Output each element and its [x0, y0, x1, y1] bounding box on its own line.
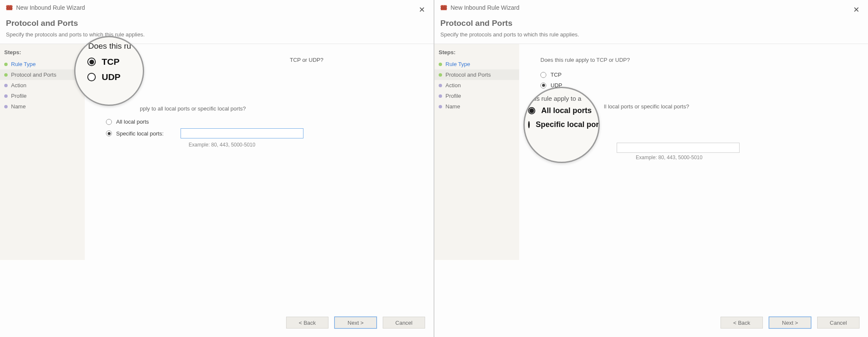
magnifier-title-fragment: Does this ru — [88, 41, 134, 51]
back-button[interactable]: < Back — [286, 317, 328, 329]
step-bullet-icon — [439, 63, 442, 66]
steps-label: Steps: — [434, 49, 519, 59]
step-label: Action — [445, 82, 461, 88]
step-bullet-icon — [4, 94, 8, 98]
step-action[interactable]: Action — [434, 80, 519, 91]
step-bullet-icon — [4, 63, 8, 66]
radio-specific-ports[interactable]: Specific local ports: — [106, 128, 421, 138]
step-label: Name — [445, 103, 460, 110]
magnifier-label: Specific local ports — [536, 120, 600, 129]
page-description: Specify the protocols and ports to which… — [0, 31, 434, 44]
radio-icon — [87, 58, 96, 66]
ports-question: pply to all local ports or specific loca… — [140, 105, 421, 112]
svg-rect-2 — [6, 6, 13, 7]
step-name[interactable]: Name — [0, 101, 85, 112]
svg-rect-14 — [442, 7, 442, 8]
button-row: < Back Next > Cancel — [721, 317, 860, 329]
wizard-panel-left: New Inbound Rule Wizard ✕ Protocol and P… — [0, 0, 434, 337]
radio-label: All local ports — [116, 119, 149, 125]
step-label: Name — [11, 103, 26, 110]
radio-icon — [106, 130, 112, 136]
step-bullet-icon — [439, 94, 442, 98]
title-bar: New Inbound Rule Wizard — [0, 0, 434, 14]
magnifier-radio-all-ports[interactable]: All local ports — [528, 106, 595, 115]
page-heading: Protocol and Ports — [434, 14, 868, 31]
magnifier-radio-tcp[interactable]: TCP — [87, 57, 134, 67]
step-label: Profile — [11, 93, 27, 99]
ports-input[interactable] — [617, 143, 740, 153]
button-row: < Back Next > Cancel — [286, 317, 425, 329]
ports-example: Example: 80, 443, 5000-5010 — [636, 155, 855, 160]
magnifier-radio-specific-ports[interactable]: Specific local ports — [528, 120, 595, 129]
magnifier-radio-udp[interactable]: UDP — [87, 72, 134, 82]
window-title: New Inbound Rule Wizard — [451, 4, 520, 11]
step-protocol-ports[interactable]: Protocol and Ports — [0, 69, 85, 80]
step-label: Rule Type — [445, 61, 470, 67]
ports-input[interactable] — [181, 128, 303, 138]
step-bullet-icon — [439, 84, 442, 87]
magnifier-title-fragment: his rule apply to a — [531, 95, 595, 102]
ports-example: Example: 80, 443, 5000-5010 — [189, 142, 421, 148]
title-bar: New Inbound Rule Wizard — [434, 0, 868, 14]
step-rule-type[interactable]: Rule Type — [0, 59, 85, 69]
step-profile[interactable]: Profile — [434, 91, 519, 101]
radio-icon — [87, 73, 96, 81]
next-button[interactable]: Next > — [334, 317, 377, 329]
step-name[interactable]: Name — [434, 101, 519, 112]
radio-all-ports[interactable]: All local ports — [106, 119, 421, 125]
step-bullet-icon — [4, 73, 8, 77]
window-title: New Inbound Rule Wizard — [16, 4, 85, 11]
steps-sidebar: Steps: Rule Type Protocol and Ports Acti… — [434, 44, 519, 260]
protocol-question-fragment: TCP or UDP? — [290, 57, 323, 63]
magnifier-callout: Does this ru TCP UDP — [74, 36, 144, 106]
step-label: Protocol and Ports — [11, 72, 56, 78]
svg-rect-15 — [444, 7, 444, 8]
back-button[interactable]: < Back — [721, 317, 763, 329]
svg-rect-11 — [440, 8, 447, 8]
firewall-icon — [6, 4, 13, 11]
magnifier-label: All local ports — [541, 106, 592, 115]
step-action[interactable]: Action — [0, 80, 85, 91]
svg-rect-6 — [7, 7, 8, 8]
page-heading: Protocol and Ports — [0, 14, 434, 31]
step-bullet-icon — [439, 105, 442, 108]
radio-tcp[interactable]: TCP — [540, 72, 855, 78]
step-label: Rule Type — [11, 61, 36, 67]
radio-icon — [106, 119, 112, 125]
step-profile[interactable]: Profile — [0, 91, 85, 101]
svg-rect-3 — [6, 8, 13, 8]
radio-icon — [528, 121, 530, 128]
svg-rect-7 — [9, 7, 10, 8]
radio-label: TCP — [551, 72, 562, 78]
step-label: Protocol and Ports — [445, 72, 491, 78]
step-label: Action — [11, 82, 26, 88]
radio-icon — [528, 107, 535, 114]
magnifier-label: UDP — [102, 72, 120, 82]
step-protocol-ports[interactable]: Protocol and Ports — [434, 69, 519, 80]
radio-label: Specific local ports: — [116, 130, 164, 137]
firewall-icon — [440, 4, 447, 11]
radio-icon — [540, 72, 546, 78]
svg-rect-12 — [442, 5, 443, 6]
svg-rect-4 — [8, 5, 8, 6]
close-button[interactable]: ✕ — [853, 5, 860, 14]
steps-sidebar: Steps: Rule Type Protocol and Ports Acti… — [0, 44, 85, 260]
steps-label: Steps: — [0, 49, 85, 59]
magnifier-callout: his rule apply to a All local ports Spec… — [523, 87, 600, 163]
next-button[interactable]: Next > — [769, 317, 811, 329]
cancel-button[interactable]: Cancel — [383, 317, 425, 329]
ports-question-fragment: ll local ports or specific local ports? — [604, 103, 855, 110]
page-description: Specify the protocols and ports to which… — [434, 31, 868, 44]
step-label: Profile — [445, 93, 461, 99]
step-bullet-icon — [4, 84, 8, 87]
wizard-panel-right: New Inbound Rule Wizard ✕ Protocol and P… — [434, 0, 868, 337]
protocol-question: Does this rule apply to TCP or UDP? — [540, 57, 855, 63]
close-button[interactable]: ✕ — [419, 5, 425, 14]
radio-udp[interactable]: UDP — [540, 82, 855, 88]
step-rule-type[interactable]: Rule Type — [434, 59, 519, 69]
cancel-button[interactable]: Cancel — [817, 317, 860, 329]
magnifier-label: TCP — [102, 57, 120, 67]
svg-rect-13 — [445, 5, 445, 6]
step-bullet-icon — [4, 105, 8, 108]
step-bullet-icon — [439, 73, 442, 77]
